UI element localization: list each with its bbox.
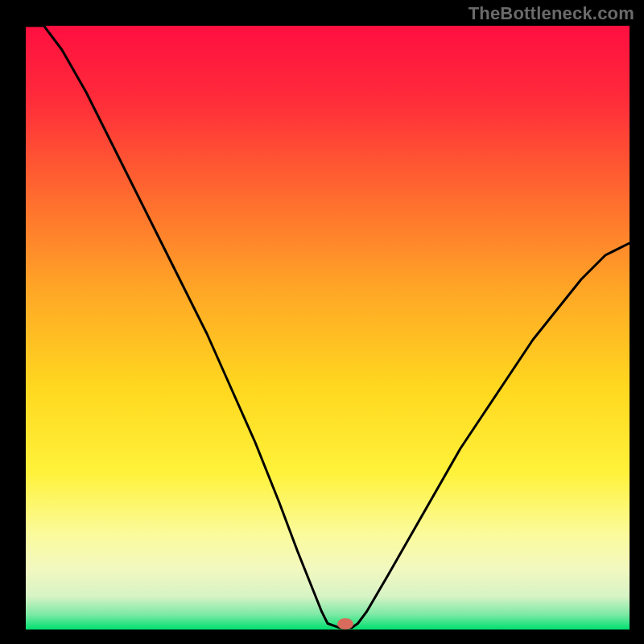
- bottleneck-plot: [0, 0, 644, 644]
- gradient-background: [26, 26, 630, 630]
- chart-frame: TheBottleneck.com: [0, 0, 644, 644]
- optimum-marker: [337, 618, 353, 630]
- plot-area: [26, 26, 630, 630]
- watermark-label: TheBottleneck.com: [469, 3, 634, 24]
